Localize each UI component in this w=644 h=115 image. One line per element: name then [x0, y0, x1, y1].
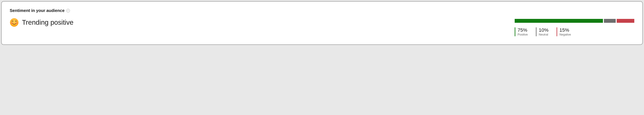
legend-value-neutral: 10%: [539, 27, 548, 33]
legend-tick-neutral: [536, 27, 536, 36]
legend-item-neutral: 10% Neutral: [536, 27, 548, 36]
legend-tick-negative: [556, 27, 557, 36]
legend-item-positive: 75% Positive: [515, 27, 528, 36]
legend-value-negative: 15%: [560, 27, 571, 33]
card-title: Sentiment in your audience: [10, 8, 65, 13]
legend-label-positive: Positive: [518, 33, 528, 36]
legend-tick-positive: [515, 27, 515, 36]
card-content: Trending positive 75% Positive: [10, 18, 634, 36]
svg-point-0: [10, 18, 18, 27]
legend-item-negative: 15% Negative: [556, 27, 571, 36]
legend-label-neutral: Neutral: [539, 33, 548, 36]
trend-summary: Trending positive: [10, 18, 74, 27]
bar-segment-neutral: [604, 19, 616, 23]
legend-value-positive: 75%: [518, 27, 528, 33]
info-icon[interactable]: i: [66, 9, 70, 12]
trend-label: Trending positive: [22, 18, 74, 26]
legend: 75% Positive 10% Neutral 15% Negative: [515, 27, 634, 36]
card-header: Sentiment in your audience i: [10, 8, 634, 13]
bar-segment-positive: [515, 19, 603, 23]
sentiment-card: Sentiment in your audience i T: [1, 1, 643, 45]
sentiment-chart: 75% Positive 10% Neutral 15% Negative: [515, 18, 634, 36]
stacked-bar: [515, 19, 634, 23]
legend-label-negative: Negative: [560, 33, 571, 36]
bar-segment-negative: [617, 19, 634, 23]
svg-point-1: [11, 22, 13, 24]
svg-point-2: [16, 22, 18, 24]
smile-blush-icon: [10, 18, 19, 27]
